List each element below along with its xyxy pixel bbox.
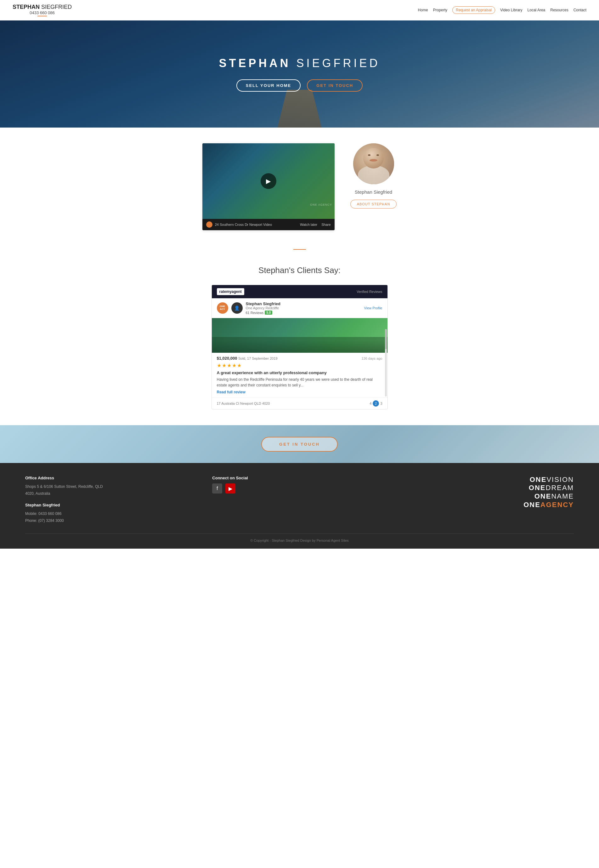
video-title: 24 Southern Cross Dr Newport Video: [215, 223, 272, 226]
rma-badge-score: 5.0: [265, 310, 272, 315]
rma-header: ratemyagent Verified Reviews: [212, 285, 387, 298]
rma-pagination: 4 2 3: [370, 400, 382, 407]
rma-days-ago: 136 days ago: [361, 357, 382, 360]
agent-profile: Stephan Siegfried ABOUT STEPHAN: [350, 143, 397, 208]
rma-agency-badge: ONEACY: [217, 302, 228, 314]
rma-address-row: 17 Australia Ct Newport QLD 4020 4 2 3: [212, 398, 387, 409]
rma-agent-info: Stephan Siegfried One Agency Redcliffe 6…: [246, 301, 361, 315]
hero-title: STEPHAN SIEGFRIED: [219, 57, 380, 70]
footer-copyright: © Copyright - Stephan Siegfried Design b…: [25, 533, 574, 542]
footer-mobile: Mobile: 0433 660 086: [25, 511, 200, 517]
rma-reviews-count: 61 Reviews 5.0: [246, 310, 361, 315]
video-watermark: ONE AGENCY: [310, 203, 332, 206]
banner-get-in-touch-button[interactable]: GET IN TOUCH: [261, 437, 338, 452]
rma-agent-name: Stephan Siegfried: [246, 301, 361, 306]
footer-office: Office Address Shops 5 & 6/106 Sutton St…: [25, 476, 200, 524]
star-5: ★: [237, 363, 241, 369]
share-btn[interactable]: Share: [321, 223, 331, 226]
rma-scrollbar[interactable]: [385, 329, 387, 396]
star-4: ★: [232, 363, 236, 369]
rma-stars: ★ ★ ★ ★ ★: [217, 363, 382, 369]
rma-property-image: [212, 318, 387, 353]
page-num-2[interactable]: 2: [373, 400, 379, 407]
rma-property-address: 17 Australia Ct Newport QLD 4020: [217, 402, 270, 405]
divider-line: [293, 249, 306, 250]
rma-price-row: $1,020,000 Sold, 17 September 2019 136 d…: [217, 356, 382, 361]
video-bar: 24 Southern Cross Dr Newport Video Watch…: [202, 219, 335, 230]
footer-brand: ONEVISION ONEDREAM ONENAME ONEAGENCY: [399, 476, 574, 524]
footer-office-title: Office Address: [25, 476, 200, 480]
footer-brand-one-dream: ONEDREAM: [399, 484, 574, 492]
footer-office-address-1: Shops 5 & 6/106 Sutton Street, Redcliffe…: [25, 484, 200, 490]
agent-name: Stephan Siegfried: [355, 189, 392, 194]
page-num-1[interactable]: 4: [370, 402, 372, 405]
rma-review-text: Having lived on the Redcliffe Peninsula …: [217, 377, 382, 388]
rma-review-title: A great experience with an utterly profe…: [217, 371, 382, 375]
navbar: STEPHAN SIEGFRIED 0433 660 086 Home Prop…: [0, 0, 599, 21]
footer-brand-one-name: ONENAME: [399, 492, 574, 500]
brand-last: SIEGFRIED: [40, 4, 72, 10]
play-button[interactable]: ▶: [260, 173, 276, 189]
rma-agency-name: One Agency Redcliffe: [246, 306, 361, 310]
rma-price: $1,020,000: [217, 356, 237, 361]
reviews-title: Stephan's Clients Say:: [25, 265, 574, 275]
footer-brand-one-agency: ONEAGENCY: [399, 500, 574, 509]
video-actions: Watch later Share: [300, 223, 331, 226]
footer-office-address-2: 4020, Australia: [25, 490, 200, 497]
nav-resources[interactable]: Resources: [550, 8, 568, 12]
footer-agent-title: Stephan Siegfried: [25, 503, 200, 507]
about-stephan-button[interactable]: ABOUT STEPHAN: [350, 200, 397, 208]
get-in-touch-button[interactable]: GET IN TOUCH: [307, 79, 363, 92]
hero-section: STEPHAN SIEGFRIED SELL YOUR HOME GET IN …: [0, 21, 599, 128]
video-bar-left: 24 Southern Cross Dr Newport Video: [206, 222, 272, 228]
get-in-touch-banner: GET IN TOUCH: [0, 425, 599, 463]
hero-content: STEPHAN SIEGFRIED SELL YOUR HOME GET IN …: [212, 50, 386, 98]
rma-logo: ratemyagent: [217, 288, 244, 295]
rma-review-body: $1,020,000 Sold, 17 September 2019 136 d…: [212, 353, 387, 398]
brand-phone: 0433 660 086: [13, 11, 72, 15]
nav-links: Home Property Request an Appraisal Video…: [418, 6, 586, 14]
rma-view-profile[interactable]: View Profile: [364, 306, 382, 310]
hero-buttons: SELL YOUR HOME GET IN TOUCH: [219, 79, 380, 92]
footer-social-icons: f ▶: [212, 484, 387, 494]
footer-social-section: Connect on Social f ▶: [212, 476, 387, 524]
footer-grid: Office Address Shops 5 & 6/106 Sutton St…: [25, 476, 574, 524]
youtube-icon[interactable]: ▶: [225, 484, 235, 494]
footer-brand-one-vision: ONEVISION: [399, 476, 574, 484]
brand-first: STEPHAN: [13, 4, 40, 10]
divider-section: [0, 246, 599, 259]
footer: Office Address Shops 5 & 6/106 Sutton St…: [0, 463, 599, 549]
nav-appraisal[interactable]: Request an Appraisal: [452, 6, 495, 14]
footer-phone: Phone: (07) 3284 3000: [25, 517, 200, 524]
nav-video[interactable]: Video Library: [500, 8, 522, 12]
nav-contact[interactable]: Contact: [573, 8, 586, 12]
watch-later[interactable]: Watch later: [300, 223, 317, 226]
brand-underline: [38, 16, 47, 17]
nav-home[interactable]: Home: [418, 8, 428, 12]
agent-avatar-inner: [353, 143, 394, 184]
video-thumbnail[interactable]: ▶ ONE AGENCY: [202, 143, 335, 219]
footer-social-title: Connect on Social: [212, 476, 387, 480]
ratemyagent-widget: ratemyagent Verified Reviews ONEACY 👤 St…: [212, 285, 388, 410]
nav-local[interactable]: Local Area: [528, 8, 545, 12]
star-2: ★: [222, 363, 226, 369]
reviews-section: Stephan's Clients Say: ratemyagent Verif…: [0, 259, 599, 425]
rma-verified-label: Verified Reviews: [357, 290, 382, 294]
rma-price-info: $1,020,000 Sold, 17 September 2019: [217, 356, 278, 361]
brand-logo[interactable]: STEPHAN SIEGFRIED 0433 660 086: [13, 4, 72, 17]
agent-avatar: [353, 143, 394, 184]
rma-agent-row: ONEACY 👤 Stephan Siegfried One Agency Re…: [212, 298, 387, 318]
page-num-3[interactable]: 3: [380, 402, 382, 405]
rma-count-text: 61 Reviews: [246, 311, 264, 315]
video-channel-avatar: [206, 222, 212, 228]
sell-your-home-button[interactable]: SELL YOUR HOME: [236, 79, 301, 92]
star-1: ★: [217, 363, 221, 369]
nav-property[interactable]: Property: [433, 8, 447, 12]
video-container: ▶ ONE AGENCY 24 Southern Cross Dr Newpor…: [202, 143, 335, 230]
rma-sold-label: Sold, 17 September 2019: [238, 357, 278, 360]
middle-section: ▶ ONE AGENCY 24 Southern Cross Dr Newpor…: [0, 128, 599, 246]
star-3: ★: [227, 363, 231, 369]
read-full-review-link[interactable]: Read full review: [217, 390, 245, 394]
rma-agent-avatar: 👤: [231, 302, 243, 314]
facebook-icon[interactable]: f: [212, 484, 222, 494]
